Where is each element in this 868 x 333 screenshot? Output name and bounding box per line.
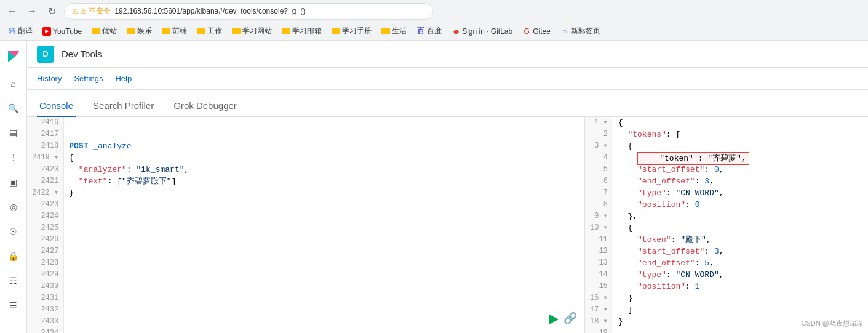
bookmark-youtube[interactable]: ▶ YouTube <box>39 26 86 37</box>
bookmark-shenghuo[interactable]: 生活 <box>378 25 410 38</box>
output-code-line: "position": 1 <box>618 281 863 292</box>
gitlab-label: Sign in · GitLab <box>462 27 512 36</box>
editor-pane[interactable]: 2416241724182419 ▾242024212422 ▾24232424… <box>27 117 585 333</box>
gitee-label: Gitee <box>533 27 551 36</box>
output-code-line: "type": "CN_WORD", <box>618 187 863 199</box>
tabs: Console Search Profiler Grok Debugger <box>27 90 868 117</box>
output-line-number: 19 <box>590 327 608 333</box>
app-header: D Dev Tools <box>27 41 868 68</box>
reload-button[interactable]: ↻ <box>44 4 59 18</box>
sidebar-icon-maps[interactable]: ◎ <box>2 196 25 218</box>
back-button[interactable]: ← <box>5 4 20 18</box>
sidebar-icon-canvas[interactable]: ▣ <box>2 171 25 193</box>
bookmark-gitee[interactable]: G Gitee <box>519 26 554 37</box>
yule-label: 娱乐 <box>137 26 152 36</box>
output-code-line: } <box>618 292 863 304</box>
output-code-line: "position": 0 <box>618 199 863 211</box>
output-code-line: "token" : "齐碧萝", <box>618 152 863 164</box>
line-number: 2423 <box>32 199 58 211</box>
output-code-line: { <box>618 140 863 152</box>
line-number: 2434 <box>32 327 58 333</box>
folder-icon-5 <box>232 28 241 34</box>
line-number: 2426 <box>32 234 58 246</box>
code-line <box>69 211 579 222</box>
baidu-label: 百度 <box>427 26 442 36</box>
code-line <box>69 117 579 129</box>
main-content: D Dev Tools History Settings Help Consol… <box>27 41 868 333</box>
xuexishouce-label: 学习手册 <box>342 26 372 36</box>
output-line-number: 6 <box>590 175 608 187</box>
tab-grok-debugger[interactable]: Grok Debugger <box>171 95 239 117</box>
output-line-number: 10 ▾ <box>590 222 608 234</box>
bookmark-xuexiwangzhan[interactable]: 学习网站 <box>228 25 276 38</box>
output-line-number: 16 ▾ <box>590 292 608 304</box>
help-link[interactable]: Help <box>115 74 132 83</box>
bookmark-youzhan[interactable]: 优站 <box>88 25 121 38</box>
bookmark-newtab[interactable]: ○ 新标签页 <box>557 25 604 38</box>
output-line-numbers: 1 ▾23 ▾456789 ▾10 ▾111213141516 ▾17 ▾18 … <box>585 117 613 333</box>
sidebar-icon-visualize[interactable]: ▤ <box>2 122 25 144</box>
newtab-icon: ○ <box>560 27 569 36</box>
output-line-number: 9 ▾ <box>590 211 608 222</box>
folder-icon-3 <box>162 28 170 34</box>
gitlab-icon: ◆ <box>452 27 460 36</box>
output-code-line: "tokens": [ <box>618 129 863 140</box>
bookmark-yule[interactable]: 娱乐 <box>123 25 156 38</box>
app-avatar: D <box>37 46 54 63</box>
kibana-logo[interactable] <box>2 46 25 68</box>
bookmark-xuexishouce[interactable]: 学习手册 <box>328 25 375 38</box>
folder-icon-2 <box>127 28 135 34</box>
output-line-number: 5 <box>590 164 608 175</box>
sidebar-icon-stack[interactable]: ☰ <box>2 294 25 316</box>
folder-icon-4 <box>197 28 205 34</box>
code-line <box>69 269 579 281</box>
address-bar[interactable]: ⚠ ⚠ 不安全 192.168.56.10:5601/app/kibana#/d… <box>64 3 433 20</box>
translate-label: 翻译 <box>18 26 33 36</box>
output-line-number: 12 <box>590 246 608 257</box>
url-text: 192.168.56.10:5601/app/kibana#/dev_tools… <box>114 7 305 15</box>
youzhan-label: 优站 <box>102 26 117 36</box>
sidebar-icon-devtools[interactable]: ☶ <box>2 270 25 292</box>
run-button[interactable]: ▶ <box>549 311 559 326</box>
bookmark-gongzuo[interactable]: 工作 <box>193 25 226 38</box>
folder-icon-1 <box>92 28 100 34</box>
bookmark-gitlab[interactable]: ◆ Sign in · GitLab <box>448 26 516 37</box>
folder-icon-8 <box>381 28 390 34</box>
sidebar-icon-dashboard[interactable]: ⋮ <box>2 146 25 169</box>
code-line <box>69 257 579 269</box>
copy-button[interactable]: 🔗 <box>563 311 577 326</box>
editor-content: 2416241724182419 ▾242024212422 ▾24232424… <box>27 117 584 333</box>
sidebar-icon-security[interactable]: 🔒 <box>2 245 25 267</box>
code-line <box>69 199 579 211</box>
translate-icon: 转 <box>9 26 16 36</box>
sidebar-icon-home[interactable]: ⌂ <box>2 73 25 95</box>
bookmark-xuexiyouxiang[interactable]: 学习邮箱 <box>278 25 325 38</box>
tab-console[interactable]: Console <box>37 95 76 117</box>
output-content: 1 ▾23 ▾456789 ▾10 ▾111213141516 ▾17 ▾18 … <box>585 117 868 333</box>
secondary-nav: History Settings Help <box>27 68 868 90</box>
output-line-number: 15 <box>590 281 608 292</box>
code-line: POST _analyze <box>69 140 579 152</box>
line-number: 2430 <box>32 281 58 292</box>
sidebar-icon-infrastructure[interactable]: ☉ <box>2 220 25 243</box>
bookmark-translate[interactable]: 转 翻译 <box>5 25 36 38</box>
code-line <box>69 327 579 333</box>
output-code: { "tokens": [ { "token" : "齐碧萝", "start_… <box>613 117 868 333</box>
code-line <box>69 316 579 327</box>
code-line: } <box>69 187 579 199</box>
sidebar-icon-discover[interactable]: 🔍 <box>2 97 25 119</box>
xuexiwangzhan-label: 学习网站 <box>242 26 272 36</box>
line-number: 2422 ▾ <box>32 187 58 199</box>
tab-search-profiler[interactable]: Search Profiler <box>90 95 156 117</box>
bookmark-baidu[interactable]: 百 百度 <box>413 25 445 38</box>
output-code-line <box>618 327 863 333</box>
history-link[interactable]: History <box>37 74 62 83</box>
settings-link[interactable]: Settings <box>74 74 103 83</box>
bookmark-qianduan[interactable]: 前端 <box>158 25 191 38</box>
output-line-number: 7 <box>590 187 608 199</box>
editor-line-numbers: 2416241724182419 ▾242024212422 ▾24232424… <box>27 117 64 333</box>
line-number: 2425 <box>32 222 58 234</box>
code-line <box>69 281 579 292</box>
forward-button[interactable]: → <box>25 4 39 18</box>
output-line-number: 14 <box>590 269 608 281</box>
